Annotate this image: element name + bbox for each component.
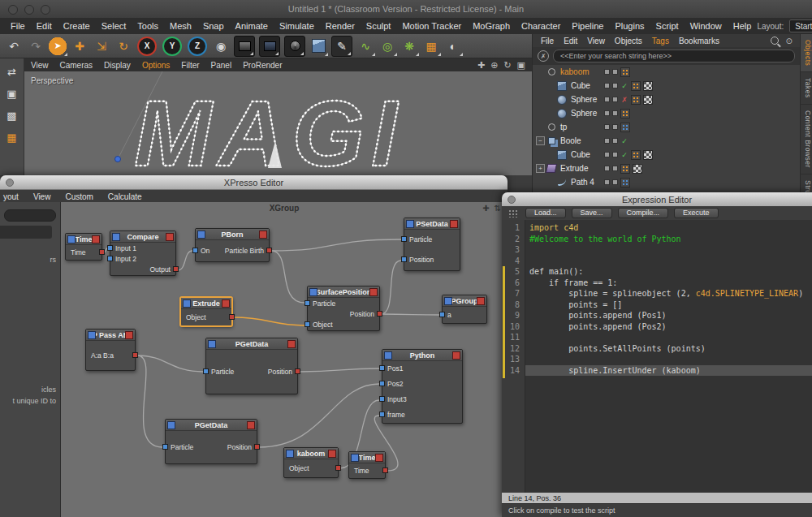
- xpresso-node-extrude[interactable]: ExtrudeObject: [180, 297, 232, 326]
- xpresso-menu-yout[interactable]: yout: [3, 192, 19, 201]
- menubar-item-create[interactable]: Create: [58, 19, 96, 32]
- checker-tag-icon[interactable]: [643, 81, 653, 91]
- viewport-menu-options[interactable]: Options: [142, 61, 170, 70]
- object-row-boole[interactable]: −Boole✓: [533, 134, 800, 148]
- minimize-window-icon[interactable]: [24, 5, 34, 15]
- texture-mode-icon[interactable]: ▩: [2, 106, 22, 125]
- input-port-icon[interactable]: [203, 368, 209, 374]
- object-search-input[interactable]: [553, 50, 795, 62]
- side-tab-content-browser[interactable]: Content Browser: [801, 105, 812, 174]
- wire[interactable]: [178, 251, 192, 270]
- xpresso-node-surfaceposition[interactable]: SurfacePositionParticlePositionObject: [307, 286, 380, 331]
- object-row-sphere[interactable]: Sphere: [533, 106, 800, 120]
- render-picture-viewer-icon[interactable]: [259, 36, 280, 57]
- viewport-menu-prorender[interactable]: ProRender: [243, 61, 282, 70]
- menubar-item-mograph[interactable]: MoGraph: [467, 19, 516, 32]
- xpresso-titlebar[interactable]: XPresso Editor: [0, 175, 508, 190]
- add-cube-icon[interactable]: [308, 36, 329, 57]
- om-filter-icon[interactable]: ⊙: [786, 37, 793, 45]
- viewport[interactable]: Perspective MAGI MAGI: [24, 71, 532, 175]
- wire[interactable]: [271, 251, 304, 303]
- redo-icon[interactable]: ↷: [25, 36, 46, 57]
- input-port-icon[interactable]: [107, 256, 113, 261]
- om-menu-file[interactable]: File: [536, 37, 559, 45]
- editor-visibility-toggle[interactable]: [604, 124, 610, 130]
- checker-tag-icon[interactable]: [643, 150, 653, 160]
- render-settings-icon[interactable]: [284, 36, 305, 57]
- enabled-check-icon[interactable]: ✓: [620, 82, 628, 90]
- spline-icon[interactable]: ∿: [355, 36, 376, 57]
- menubar-item-file[interactable]: File: [5, 19, 31, 32]
- output-port-icon[interactable]: [266, 248, 272, 253]
- wire[interactable]: [300, 368, 379, 372]
- enabled-check-icon[interactable]: ✓: [620, 151, 628, 159]
- object-row-path-4[interactable]: Path 4: [533, 175, 800, 189]
- editor-visibility-toggle[interactable]: [604, 152, 610, 157]
- rotate-view-icon[interactable]: ↻: [503, 60, 511, 71]
- clear-search-icon[interactable]: ✗: [538, 50, 549, 62]
- render-visibility-toggle[interactable]: [612, 110, 618, 116]
- side-tab-struc[interactable]: Struc: [801, 174, 812, 192]
- dots-orange-tag-icon[interactable]: [631, 150, 641, 160]
- xpresso-list-item[interactable]: [0, 226, 52, 239]
- om-menu-bookmarks[interactable]: Bookmarks: [674, 37, 724, 45]
- xpresso-menu-calculate[interactable]: Calculate: [108, 192, 142, 201]
- expander-icon[interactable]: +: [536, 164, 545, 173]
- render-visibility-toggle[interactable]: [612, 166, 618, 171]
- code-line-1[interactable]: 1import c4d: [502, 222, 812, 234]
- xpresso-node-pgroup[interactable]: PGroupa: [442, 295, 487, 324]
- object-row-kaboom[interactable]: kaboom: [533, 65, 800, 79]
- rotate-tool-icon[interactable]: ↻: [113, 36, 134, 57]
- om-menu-edit[interactable]: Edit: [559, 37, 582, 45]
- output-port-icon[interactable]: [295, 368, 300, 374]
- render-visibility-toggle[interactable]: [612, 97, 618, 102]
- points-mode-icon[interactable]: ▦: [2, 127, 22, 147]
- render-view-icon[interactable]: [234, 36, 255, 57]
- dots-orange-tag-icon[interactable]: [631, 81, 641, 91]
- load-button[interactable]: Load...: [525, 208, 566, 218]
- xpresso-node-time[interactable]: TimeTime: [65, 233, 102, 261]
- xpresso-node-psetdata[interactable]: PSetDataParticlePosition: [404, 218, 460, 271]
- menubar-item-edit[interactable]: Edit: [31, 19, 58, 32]
- render-visibility-toggle[interactable]: [612, 69, 618, 75]
- menubar-item-window[interactable]: Window: [685, 19, 728, 32]
- input-port-icon[interactable]: [192, 248, 198, 253]
- menubar-item-plugins[interactable]: Plugins: [609, 19, 650, 32]
- generator-icon[interactable]: ◎: [377, 36, 398, 57]
- menubar-item-character[interactable]: Character: [516, 19, 566, 32]
- menubar-item-mesh[interactable]: Mesh: [164, 19, 197, 32]
- axis-handle-dot[interactable]: [115, 157, 121, 162]
- input-port-icon[interactable]: [304, 300, 310, 306]
- toggle-view-icon[interactable]: ▣: [517, 60, 525, 71]
- editor-visibility-toggle[interactable]: [604, 110, 610, 116]
- checker-tag-icon[interactable]: [643, 95, 653, 105]
- y-axis-lock-icon[interactable]: Y: [162, 37, 182, 56]
- editor-visibility-toggle[interactable]: [604, 69, 610, 75]
- wire[interactable]: [381, 314, 439, 315]
- render-visibility-toggle[interactable]: [612, 179, 618, 185]
- object-row-tp[interactable]: tp: [533, 120, 800, 134]
- z-axis-lock-icon[interactable]: Z: [188, 37, 207, 56]
- execute-button[interactable]: Execute: [674, 208, 719, 218]
- checker-tag-icon[interactable]: [633, 164, 642, 174]
- xpresso-menu-view[interactable]: View: [33, 192, 51, 201]
- render-visibility-toggle[interactable]: [612, 138, 618, 144]
- input-port-icon[interactable]: [379, 365, 385, 371]
- editor-visibility-toggle[interactable]: [604, 138, 610, 144]
- input-port-icon[interactable]: [379, 381, 385, 386]
- om-menu-tags[interactable]: Tags: [647, 37, 674, 45]
- xpresso-node-pgetdata[interactable]: PGetDataParticlePosition: [205, 338, 298, 394]
- viewport-menu-view[interactable]: View: [31, 61, 49, 70]
- dots-blue-tag-icon[interactable]: [620, 178, 630, 187]
- code-line-2[interactable]: 2#Welcome to the world of Python: [502, 234, 812, 245]
- input-port-icon[interactable]: [379, 396, 385, 402]
- viewport-menu-cameras[interactable]: Cameras: [60, 61, 93, 70]
- code-line-5[interactable]: 5def main():: [502, 266, 812, 278]
- zoom-view-icon[interactable]: ⊕: [490, 60, 498, 71]
- dots-orange-tag-icon[interactable]: [620, 164, 630, 174]
- side-tab-takes[interactable]: Takes: [801, 72, 812, 105]
- editor-visibility-toggle[interactable]: [604, 83, 610, 88]
- menubar-item-pipeline[interactable]: Pipeline: [566, 19, 609, 32]
- side-tab-objects[interactable]: Objects: [801, 34, 812, 72]
- menubar-item-tools[interactable]: Tools: [132, 19, 164, 32]
